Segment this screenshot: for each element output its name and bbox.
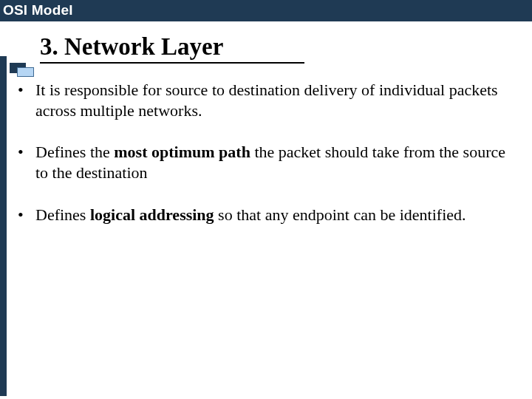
bullet-text-post: so that any endpoint can be identified. (214, 205, 466, 224)
content-area: It is responsible for source to destinat… (12, 80, 514, 246)
bullet-text-pre: Defines the (35, 143, 114, 161)
bullet-list: It is responsible for source to destinat… (12, 80, 514, 225)
title-row: 3. Network Layer (0, 32, 532, 70)
slide-title: 3. Network Layer (40, 33, 304, 64)
bullet-text-bold: most optimum path (114, 143, 250, 161)
list-item: Defines the most optimum path the packet… (12, 142, 514, 183)
header-bar: OSI Model (0, 0, 532, 21)
header-label: OSI Model (3, 2, 73, 18)
list-item: It is responsible for source to destinat… (12, 80, 514, 121)
side-accent-bar (0, 56, 7, 396)
title-decor-icon (10, 63, 35, 76)
bullet-text-pre: It is responsible for source to destinat… (35, 81, 498, 120)
bullet-text-bold: logical addressing (90, 205, 214, 224)
bullet-text-pre: Defines (35, 205, 90, 224)
list-item: Defines logical addressing so that any e… (12, 205, 514, 225)
